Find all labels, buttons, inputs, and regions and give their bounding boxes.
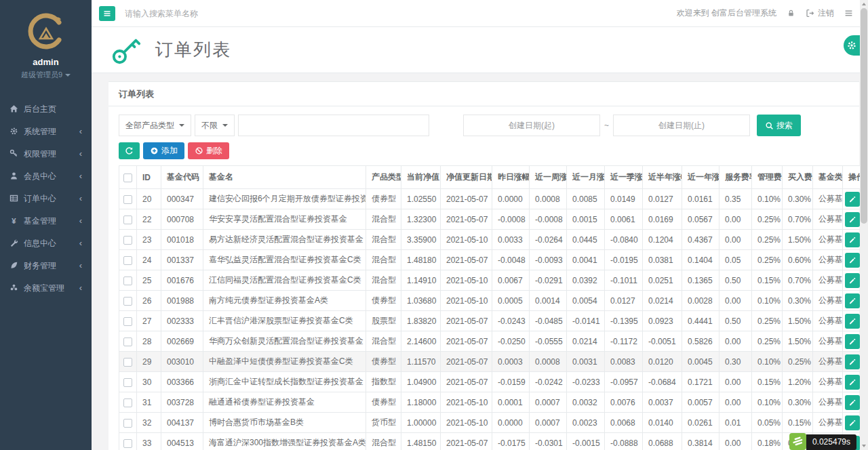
cell: 公募基金 <box>813 291 843 311</box>
table-row: 32004137博时合惠货币市场基金B类货币型1.000002021-05-10… <box>119 413 862 433</box>
page-scrollbar[interactable] <box>860 0 868 450</box>
scroll-down-icon[interactable] <box>862 445 866 447</box>
cell: 1.50% <box>783 230 813 250</box>
logout-link[interactable]: 注销 <box>806 7 834 19</box>
cell: 0.0037 <box>643 392 682 413</box>
fan-icon <box>9 283 19 293</box>
cell: 2021-05-10 <box>441 230 492 250</box>
row-checkbox[interactable] <box>123 256 132 265</box>
cell: 1.03680 <box>401 291 441 311</box>
cell: -0.0175 <box>492 433 530 450</box>
row-checkbox[interactable] <box>123 338 132 346</box>
scroll-up-icon[interactable] <box>862 3 866 5</box>
sign-out-icon <box>806 9 814 18</box>
sidebar-item-5[interactable]: 订单中心‹ <box>0 188 92 209</box>
date-end-input[interactable] <box>613 115 750 136</box>
row-checkbox[interactable] <box>123 317 132 326</box>
cell: -0.0008 <box>492 209 530 230</box>
debug-trace: 0.025479s <box>789 433 856 450</box>
edit-button[interactable] <box>845 212 860 227</box>
cell: 31 <box>137 392 161 413</box>
cell: 公募基金 <box>813 230 843 250</box>
keyword-input[interactable] <box>238 115 429 136</box>
username[interactable]: admin <box>0 57 92 67</box>
menu-search-input[interactable] <box>125 9 281 18</box>
cell: 博时合惠货币市场基金B类 <box>203 413 366 433</box>
cell: 0.1204 <box>643 230 682 250</box>
add-button[interactable]: 添加 <box>143 142 184 159</box>
svg-text:¥: ¥ <box>12 217 16 225</box>
trace-toggle-icon[interactable] <box>789 433 806 450</box>
user-profile: admin 超级管理员9 <box>0 0 92 87</box>
user-role[interactable]: 超级管理员9 <box>0 70 92 80</box>
row-checkbox[interactable] <box>123 419 132 428</box>
date-start-input[interactable] <box>463 115 600 136</box>
cell: 混合型 <box>366 209 401 230</box>
column-header: 近半年涨幅 <box>643 166 682 189</box>
edit-button[interactable] <box>845 273 860 288</box>
edit-button[interactable] <box>845 334 860 349</box>
limit-select[interactable]: 不限 <box>195 115 235 136</box>
row-checkbox[interactable] <box>123 236 132 245</box>
cell: -0.0242 <box>530 372 567 392</box>
menu-toggle-button[interactable] <box>99 6 115 21</box>
sidebar-item-9[interactable]: 余额宝管理‹ <box>0 278 92 298</box>
row-checkbox[interactable] <box>123 439 132 448</box>
key-icon <box>111 35 142 66</box>
row-checkbox[interactable] <box>123 378 132 387</box>
cell: 股票型 <box>366 311 401 331</box>
page-header: 订单列表 <box>92 27 868 73</box>
sidebar-item-1[interactable]: 后台主页 <box>0 99 92 119</box>
edit-button[interactable] <box>845 253 860 268</box>
edit-button[interactable] <box>845 375 860 390</box>
sidebar-item-3[interactable]: 权限管理‹ <box>0 144 92 164</box>
cell: 建信安心回报6个月定期开放债券型证券投资基金C类 <box>203 189 366 209</box>
edit-button[interactable] <box>845 192 860 207</box>
select-all-checkbox[interactable] <box>123 173 132 182</box>
row-checkbox[interactable] <box>123 277 132 285</box>
sidebar-item-2[interactable]: 系统管理‹ <box>0 121 92 142</box>
row-checkbox[interactable] <box>123 216 132 224</box>
column-header: 操作 <box>843 166 862 189</box>
row-checkbox[interactable] <box>123 358 132 367</box>
cell: 0.0083 <box>605 352 643 372</box>
scrollbar-thumb[interactable] <box>861 8 867 224</box>
cell: 0.25% <box>752 250 783 270</box>
edit-button[interactable] <box>845 395 860 410</box>
search-button[interactable]: 搜索 <box>757 115 801 136</box>
leaf-icon <box>9 261 19 270</box>
cell: 001337 <box>161 250 203 270</box>
cell: 2021-05-07 <box>441 250 492 270</box>
edit-button[interactable] <box>845 232 860 247</box>
cell: 24 <box>137 250 161 270</box>
cell: 0.1404 <box>682 250 719 270</box>
edit-button[interactable] <box>845 354 860 369</box>
delete-button[interactable]: 删除 <box>188 142 229 159</box>
sidebar-item-8[interactable]: 财务管理‹ <box>0 255 92 276</box>
cell: 混合型 <box>366 331 401 352</box>
cell: 0.0127 <box>643 189 682 209</box>
row-checkbox[interactable] <box>123 297 132 306</box>
cell: 0.00 <box>719 433 752 450</box>
cell: 29 <box>137 352 161 372</box>
cell: 0.4441 <box>682 311 719 331</box>
refresh-button[interactable] <box>119 142 140 159</box>
cell: 20 <box>137 189 161 209</box>
cell: 0.00 <box>719 230 752 250</box>
column-header: 净值更新日期 <box>441 166 492 189</box>
bars-icon[interactable] <box>844 9 853 18</box>
sidebar-item-4[interactable]: 会员中心‹ <box>0 166 92 186</box>
edit-button[interactable] <box>845 415 860 430</box>
lock-icon[interactable] <box>787 9 795 18</box>
cell: 0.0161 <box>682 189 719 209</box>
sidebar-item-6[interactable]: ¥基金管理‹ <box>0 211 92 231</box>
cell: 28 <box>137 331 161 352</box>
row-checkbox[interactable] <box>123 195 132 204</box>
row-checkbox[interactable] <box>123 398 132 407</box>
sidebar-item-7[interactable]: 信息中心‹ <box>0 233 92 253</box>
edit-button[interactable] <box>845 293 860 308</box>
theme-settings-tab[interactable] <box>844 35 860 56</box>
product-type-select[interactable]: 全部产品类型 <box>119 115 191 136</box>
edit-button[interactable] <box>845 314 860 329</box>
pencil-icon <box>848 419 856 427</box>
